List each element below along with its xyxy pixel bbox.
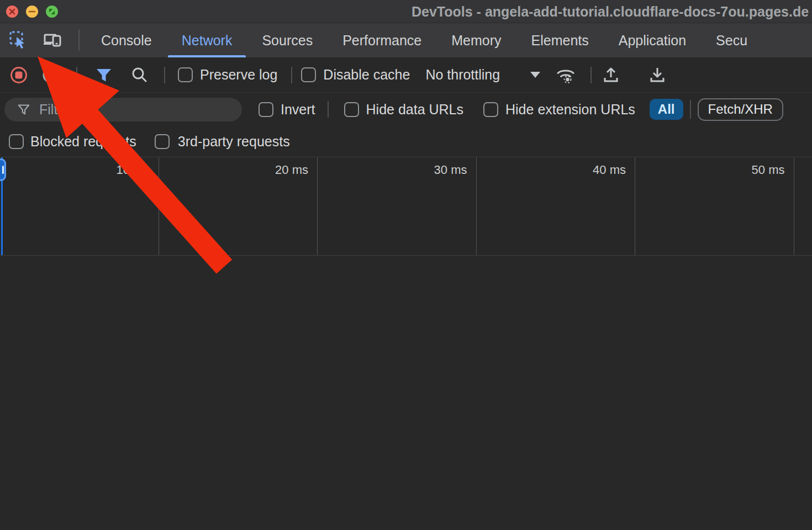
toolbar-divider [164,67,165,83]
funnel-outline-icon [15,101,32,118]
tab-network[interactable]: Network [167,23,247,57]
upload-tray-icon [601,65,621,85]
fullscreen-icon [46,6,58,18]
clear-network-log-button[interactable] [41,65,61,85]
record-network-log-button[interactable] [9,65,29,85]
invert-label: Invert [281,102,315,118]
blocked-requests-label: Blocked requests [30,134,136,150]
wifi-gear-icon [556,65,576,85]
record-stop-icon [9,65,29,85]
filter-input[interactable] [39,102,216,118]
checkbox-box [301,67,316,82]
filterbar-divider [690,100,691,119]
timeline-filler [794,157,812,255]
titlebar: DevTools - angela-add-tutorial.cloudflar… [0,0,812,23]
toolbar-divider [76,67,77,83]
checkbox-box [344,102,359,117]
request-filters-bar: Blocked requests 3rd-party requests [0,126,812,157]
devtools-window: DevTools - angela-add-tutorial.cloudflar… [0,0,812,530]
timeline-tick: 40 ms [477,157,636,255]
download-tray-icon [647,65,667,85]
throttling-value: No throttling [425,67,500,83]
tab-elements[interactable]: Elements [516,23,604,57]
throttling-select[interactable]: No throttling [425,67,540,83]
close-button[interactable] [6,6,18,18]
block-circle-icon [41,65,61,85]
timeline-tick: 50 ms [635,157,794,255]
toolbar-divider [291,67,292,83]
import-har-button[interactable] [601,65,621,85]
funnel-icon [94,65,114,85]
tabbar-divider [78,30,80,51]
inspect-cursor-icon [9,30,29,50]
invert-checkbox[interactable]: Invert [259,102,315,118]
filterbar-divider [328,101,329,118]
tab-application[interactable]: Application [604,23,701,57]
timeline-tick: 10 ms [0,157,159,255]
filter-input-container[interactable] [4,98,242,121]
devtools-tabbar: Console Network Sources Performance Memo… [0,23,812,57]
third-party-requests-label: 3rd-party requests [178,134,290,150]
export-har-button[interactable] [647,65,667,85]
network-toolbar: Preserve log Disable cache No throttling [0,57,812,93]
search-button[interactable] [130,65,150,85]
minimize-icon [26,6,38,18]
tab-sources[interactable]: Sources [247,23,328,57]
checkbox-box [178,67,193,82]
tab-memory[interactable]: Memory [436,23,516,57]
fullscreen-button[interactable] [46,6,58,18]
disable-cache-label: Disable cache [323,67,410,83]
third-party-requests-checkbox[interactable]: 3rd-party requests [155,134,290,150]
network-filter-bar: Invert Hide data URLs Hide extension URL… [0,93,812,126]
network-overview-timeline[interactable]: 10 ms 20 ms 30 ms 40 ms 50 ms [0,157,812,256]
filter-chip-fetch-xhr[interactable]: Fetch/XHR [698,98,783,121]
overview-drag-handle[interactable] [0,158,6,181]
disable-cache-checkbox[interactable]: Disable cache [301,67,410,83]
window-title: DevTools - angela-add-tutorial.cloudflar… [412,4,809,20]
search-icon [130,65,150,85]
toolbar-divider [590,67,592,83]
filter-chip-all[interactable]: All [650,99,683,120]
minimize-button[interactable] [26,6,38,18]
inspect-element-button[interactable] [9,30,29,50]
blocked-requests-checkbox[interactable]: Blocked requests [9,134,136,150]
filter-toggle-button[interactable] [94,65,114,85]
hide-data-urls-label: Hide data URLs [366,102,463,118]
handle-grip [2,166,4,174]
hide-data-urls-checkbox[interactable]: Hide data URLs [344,102,463,118]
tab-security[interactable]: Secu [701,23,762,57]
checkbox-box [9,134,24,149]
close-icon [6,6,18,18]
checkbox-box [483,102,498,117]
preserve-log-checkbox[interactable]: Preserve log [178,67,277,83]
hide-extension-urls-checkbox[interactable]: Hide extension URLs [483,102,635,118]
network-conditions-button[interactable] [556,65,576,85]
timeline-tick: 20 ms [159,157,318,255]
tab-performance[interactable]: Performance [328,23,436,57]
device-toolbar-icon [43,30,63,50]
device-toolbar-button[interactable] [43,30,63,50]
timeline-tick: 30 ms [318,157,477,255]
chevron-down-icon [530,72,540,78]
checkbox-box [155,134,170,149]
tab-console[interactable]: Console [86,23,167,57]
network-log-empty-panel: Recordi Perform a request [0,256,812,530]
hide-extension-urls-label: Hide extension URLs [505,102,635,118]
checkbox-box [259,102,273,117]
preserve-log-label: Preserve log [200,67,277,83]
